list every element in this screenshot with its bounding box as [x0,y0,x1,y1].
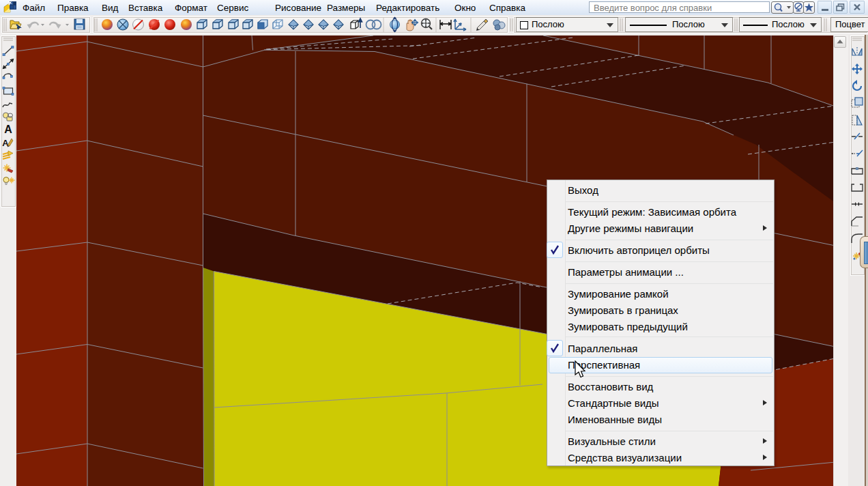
svg-text:A: A [4,124,12,135]
